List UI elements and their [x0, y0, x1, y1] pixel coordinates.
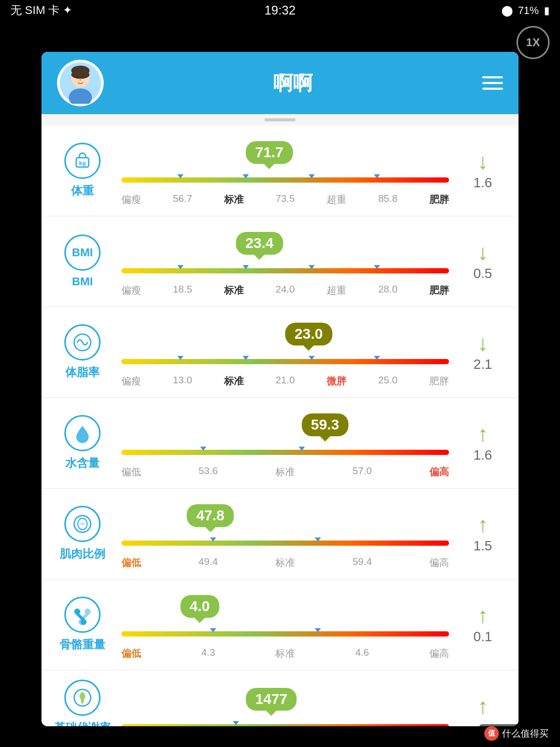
scale-label-0: 偏低: [121, 465, 141, 479]
menu-button[interactable]: [482, 76, 503, 90]
scale-label-3: 24.0: [275, 284, 295, 297]
scale-label-4: 偏高: [429, 556, 449, 570]
tick-mark: [200, 447, 206, 451]
tick-mark: [299, 447, 305, 451]
scale-label-2: 标准: [224, 193, 244, 206]
scale-labels: 偏瘦13.0标准21.0微胖25.0肥胖: [121, 375, 449, 388]
svg-point-5: [76, 76, 79, 78]
scale-label-2: 标准: [275, 465, 295, 479]
avatar[interactable]: [57, 60, 104, 106]
metric-icon-col-water: 水含量: [54, 415, 111, 471]
metric-row-bmr: 基础代谢率 1477 ↑: [41, 670, 519, 726]
scale-label-5: 85.8: [378, 193, 397, 206]
scale-label-1: 4.3: [201, 647, 215, 660]
value-bubble-muscle: 47.8: [187, 504, 234, 527]
tick-mark: [243, 174, 249, 178]
svg-text:kg: kg: [79, 160, 86, 166]
trend-value-weight: 1.6: [473, 175, 492, 191]
tick-mark: [315, 537, 321, 542]
metric-right-weight: ↓ 1.6: [459, 151, 506, 191]
scale-label-5: 28.0: [378, 284, 397, 297]
scale-label-3: 59.4: [353, 556, 372, 570]
scale-label-3: 4.6: [355, 647, 369, 660]
trend-value-bmi: 0.5: [473, 266, 492, 282]
metric-label-bmi: BMI: [72, 275, 93, 288]
icon-bone: [64, 597, 101, 633]
scale-label-6: 肥胖: [429, 375, 449, 388]
metric-label-bone: 骨骼重量: [60, 637, 105, 653]
watermark-text: 什么值得买: [502, 727, 549, 740]
metrics-list: kg 体重 71.7 偏瘦56.7标准73.5超重85.8肥胖 ↓ 1.6 BM…: [41, 126, 519, 726]
scale-label-0: 偏低: [121, 647, 141, 660]
progress-track-bodyfat: [121, 359, 449, 364]
watermark: 值 什么值得买: [479, 724, 554, 743]
bubble-wrapper-bodyfat: 23.0: [121, 316, 449, 348]
trend-up-icon: ↑: [478, 605, 488, 627]
metric-label-muscle: 肌肉比例: [60, 546, 105, 562]
metric-icon-col-bmr: 基础代谢率: [54, 680, 111, 726]
metric-label-weight: 体重: [71, 183, 94, 199]
trend-up-icon: ↑: [478, 514, 488, 536]
trend-up-icon: ↑: [478, 696, 488, 717]
value-bubble-water: 59.3: [302, 413, 349, 436]
svg-point-4: [71, 71, 89, 79]
icon-bmr: [64, 680, 101, 716]
scale-label-4: 超重: [327, 284, 346, 297]
scale-label-4: 超重: [327, 193, 346, 206]
progress-bar-bmr: [121, 724, 449, 726]
tick-mark: [374, 265, 380, 269]
status-left: 无 SIM 卡 ✦: [10, 3, 72, 18]
progress-bar-muscle: [121, 541, 449, 546]
tick-mark: [177, 356, 184, 360]
icon-bodyfat: [64, 324, 101, 361]
progress-track-weight: [121, 177, 449, 183]
value-bubble-bmi: 23.4: [236, 232, 283, 255]
scale-labels: 偏瘦56.7标准73.5超重85.8肥胖: [121, 193, 449, 206]
trend-value-bone: 0.1: [473, 629, 492, 645]
status-bar: 无 SIM 卡 ✦ 19:32 ⬤ 71% ▮: [0, 0, 560, 21]
tick-mark: [233, 721, 239, 725]
bubble-wrapper-muscle: 47.8: [121, 498, 449, 529]
scale-labels: 偏低53.6标准57.0偏高: [121, 465, 449, 479]
tick-mark: [309, 174, 315, 178]
metric-right-bodyfat: ↓ 2.1: [459, 333, 506, 372]
bubble-wrapper-water: 59.3: [121, 407, 449, 438]
scale-label-2: 标准: [224, 375, 244, 388]
value-bubble-weight: 71.7: [246, 141, 293, 164]
tick-mark: [374, 174, 380, 178]
progress-track-bone: [121, 631, 449, 637]
metric-icon-col-bmi: BMI BMI: [54, 234, 111, 288]
status-right: ⬤ 71% ▮: [501, 4, 550, 17]
metric-icon-col-muscle: 肌肉比例: [54, 506, 111, 562]
battery-icon: ▮: [544, 4, 550, 17]
scale-label-4: 微胖: [327, 375, 346, 388]
bubble-wrapper-bmi: 23.4: [121, 226, 449, 257]
metric-label-bodyfat: 体脂率: [65, 365, 100, 380]
metric-icon-col-bodyfat: 体脂率: [54, 324, 111, 380]
svg-point-7: [79, 78, 81, 81]
tick-mark: [177, 265, 184, 269]
trend-down-icon: ↓: [478, 242, 488, 264]
metric-center-muscle: 47.8 偏低49.4标准59.4偏高: [111, 498, 459, 570]
scale-label-1: 49.4: [199, 556, 218, 570]
metric-row-muscle: 肌肉比例 47.8 偏低49.4标准59.4偏高 ↑ 1.5: [41, 489, 519, 579]
scale-label-0: 偏瘦: [121, 284, 141, 297]
scale-label-6: 肥胖: [429, 284, 449, 297]
zoom-badge[interactable]: 1X: [516, 26, 550, 59]
metric-right-muscle: ↑ 1.5: [459, 514, 506, 554]
progress-track-water: [121, 450, 449, 455]
tick-mark: [315, 628, 321, 632]
watermark-icon: 值: [484, 726, 499, 741]
trend-down-icon: ↓: [478, 333, 488, 354]
tick-mark: [374, 356, 380, 360]
scale-label-0: 偏瘦: [121, 375, 141, 388]
scroll-indicator: [264, 118, 296, 121]
icon-bmi: BMI: [64, 234, 101, 271]
tick-mark: [210, 537, 216, 542]
tick-mark: [309, 356, 315, 360]
carrier-text: 无 SIM 卡 ✦: [10, 3, 72, 18]
icon-water: [64, 415, 101, 451]
tick-mark: [243, 265, 249, 269]
header-title: 啊啊: [104, 70, 482, 96]
metric-label-water: 水含量: [65, 455, 100, 471]
